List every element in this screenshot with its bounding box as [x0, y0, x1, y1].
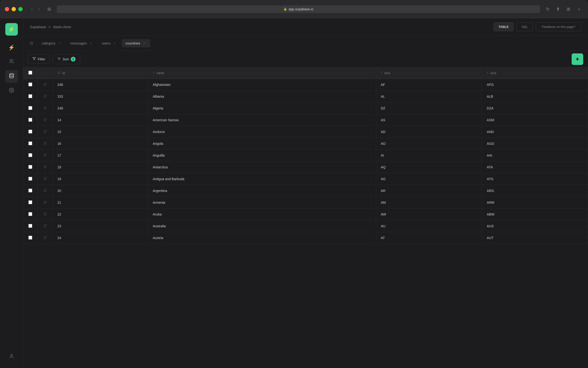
table-container[interactable]: id T name T: [23, 67, 588, 368]
svg-point-0: [10, 59, 11, 61]
tab-category-close[interactable]: ×: [57, 41, 62, 46]
sidebar-item-settings[interactable]: [5, 85, 18, 97]
refresh-button[interactable]: ↻: [544, 6, 551, 13]
tab-countries[interactable]: countries ×: [122, 39, 150, 47]
feedback-button[interactable]: Feedback on this page?: [536, 22, 581, 31]
table-row: 24 Austria AT AUT: [23, 232, 588, 244]
cell-iso2-8: AG: [376, 173, 482, 185]
select-all-checkbox[interactable]: [28, 71, 32, 74]
tab-messages-close[interactable]: ×: [89, 41, 93, 46]
row-checkbox-8[interactable]: [28, 177, 32, 181]
sidebar-item-database[interactable]: [5, 70, 18, 83]
cell-iso2-11: AW: [376, 209, 482, 220]
row-expand-button-2[interactable]: [43, 106, 48, 111]
cell-name-3: American Samoa: [148, 114, 376, 126]
th-expand: [37, 67, 53, 79]
svg-point-1: [9, 74, 13, 75]
cell-id-5: 16: [53, 138, 148, 150]
cell-expand-9: [37, 185, 53, 197]
close-button[interactable]: [5, 7, 9, 11]
tab-messages[interactable]: messages ×: [67, 39, 97, 47]
cell-iso2-7: AQ: [376, 161, 482, 173]
add-row-button[interactable]: +: [572, 53, 583, 65]
add-button[interactable]: ＋: [575, 5, 583, 13]
row-checkbox-6[interactable]: [28, 153, 32, 157]
cell-checkbox-11: [23, 209, 37, 220]
row-expand-button-13[interactable]: [43, 235, 48, 240]
cell-iso3-10: ARM: [482, 197, 588, 209]
minimize-button[interactable]: [11, 7, 16, 11]
profile-icon: [9, 354, 14, 360]
row-expand-button-1[interactable]: [43, 94, 48, 99]
sidebar-collapse-button[interactable]: ⊟: [28, 40, 35, 46]
settings-icon: [9, 88, 14, 94]
row-expand-button-8[interactable]: [43, 176, 48, 181]
back-button[interactable]: ‹: [29, 6, 34, 12]
filter-button[interactable]: Filter: [28, 54, 50, 64]
svg-line-16: [45, 142, 46, 144]
table-row: 19 Antigua and Barbuda AG ATG: [23, 173, 588, 185]
sidebar-item-users[interactable]: [5, 56, 18, 68]
cell-checkbox-12: [23, 220, 37, 232]
sidebar-item-profile[interactable]: [5, 351, 18, 363]
table-header-row: id T name T: [23, 67, 588, 79]
row-checkbox-2[interactable]: [28, 106, 32, 110]
row-checkbox-7[interactable]: [28, 165, 32, 169]
cell-name-4: Andorra: [148, 126, 376, 138]
row-expand-button-4[interactable]: [43, 129, 48, 134]
row-expand-button-5[interactable]: [43, 141, 48, 146]
row-checkbox-13[interactable]: [28, 236, 32, 239]
sidebar-item-flash[interactable]: ⚡: [5, 41, 18, 54]
row-checkbox-9[interactable]: [28, 189, 32, 193]
fullscreen-button[interactable]: [18, 7, 23, 11]
row-checkbox-1[interactable]: [28, 94, 32, 98]
table-row: 17 Anguilla AI AIA: [23, 150, 588, 161]
row-checkbox-12[interactable]: [28, 224, 32, 228]
cell-iso3-6: AIA: [482, 150, 588, 161]
titlebar-actions: ↻ ⬆ ⊞ ＋: [544, 5, 583, 13]
th-iso2-label: iso2: [385, 71, 390, 75]
row-expand-button-12[interactable]: [43, 224, 48, 229]
content-area: Supabase > slack-clone TABLE SQL Feedbac…: [23, 18, 588, 368]
svg-marker-4: [33, 57, 36, 60]
row-expand-button-9[interactable]: [43, 188, 48, 193]
breadcrumb-app: Supabase: [30, 25, 46, 29]
cell-name-12: Australia: [148, 220, 376, 232]
table-row: 22 Aruba AW ABW: [23, 209, 588, 220]
row-expand-button-3[interactable]: [43, 118, 48, 122]
cell-id-0: 248: [53, 79, 148, 91]
sort-button[interactable]: Sort 1: [53, 54, 80, 64]
tab-users-close[interactable]: ×: [113, 41, 117, 46]
cell-expand-1: [37, 91, 53, 102]
users-icon: [9, 59, 14, 65]
row-checkbox-4[interactable]: [28, 130, 32, 133]
data-table: id T name T: [23, 67, 588, 244]
share-button[interactable]: ⬆: [554, 6, 562, 13]
row-checkbox-0[interactable]: [28, 83, 32, 86]
table-view-button[interactable]: TABLE: [494, 22, 514, 31]
row-expand-button-6[interactable]: [43, 153, 48, 158]
row-checkbox-3[interactable]: [28, 118, 32, 122]
row-expand-button-10[interactable]: [43, 200, 48, 205]
tab-category[interactable]: category ×: [38, 39, 66, 47]
row-expand-button-0[interactable]: [43, 82, 48, 87]
row-expand-button-11[interactable]: [43, 212, 48, 217]
cell-name-6: Anguilla: [148, 150, 376, 161]
url-bar[interactable]: 🔒 app.supabase.io: [57, 5, 540, 13]
new-tab-button[interactable]: ⊞: [565, 6, 572, 13]
row-checkbox-10[interactable]: [28, 200, 32, 204]
row-expand-button-7[interactable]: [43, 165, 48, 170]
th-name-label: name: [156, 71, 164, 75]
table-row: 248 Afghanistan AF AFG: [23, 79, 588, 91]
forward-button[interactable]: ›: [36, 6, 41, 12]
tab-countries-close[interactable]: ×: [142, 41, 146, 46]
th-id-label: id: [63, 71, 65, 75]
row-checkbox-5[interactable]: [28, 141, 32, 145]
tab-users[interactable]: users ×: [98, 39, 121, 47]
cell-iso2-3: AS: [376, 114, 482, 126]
table-row: 18 Antarctica AQ ATA: [23, 161, 588, 173]
row-checkbox-11[interactable]: [28, 212, 32, 216]
sql-button[interactable]: SQL: [516, 22, 533, 31]
logo[interactable]: ⚡: [5, 23, 18, 36]
sidebar-toggle-button[interactable]: ⊞: [46, 6, 53, 13]
